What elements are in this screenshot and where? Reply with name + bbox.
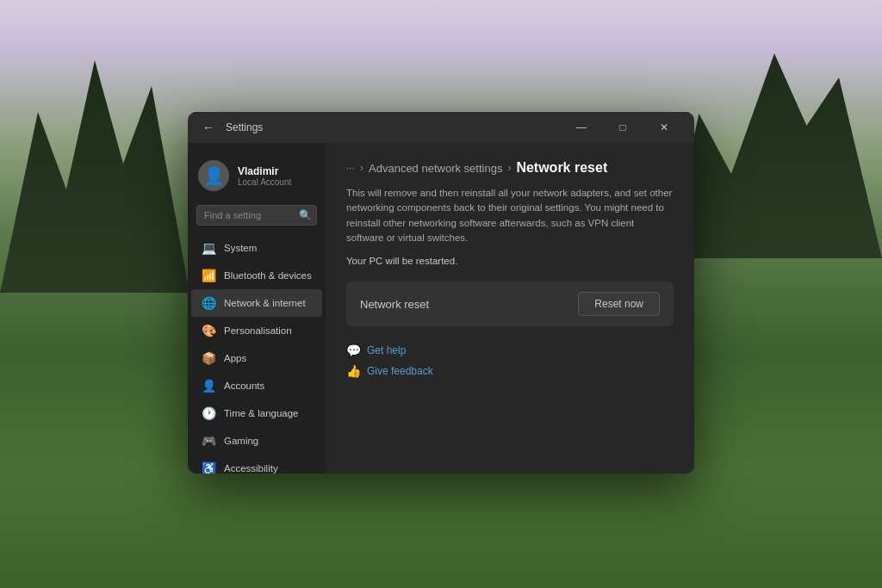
sidebar-item-time[interactable]: 🕐 Time & language bbox=[191, 399, 322, 427]
user-info: Vladimir Local Account bbox=[238, 165, 291, 187]
get-help-label: Get help bbox=[367, 344, 406, 356]
nav-icon-personalisation: 🎨 bbox=[202, 324, 215, 337]
nav-icon-bluetooth: 📶 bbox=[202, 269, 215, 282]
breadcrumb-current: Network reset bbox=[516, 160, 607, 176]
nav-label-accounts: Accounts bbox=[224, 381, 264, 391]
links-section: 💬 Get help 👍 Give feedback bbox=[346, 344, 674, 378]
description-text: This will remove and then reinstall all … bbox=[346, 186, 674, 245]
back-button[interactable]: ← bbox=[198, 117, 219, 138]
reset-card-label: Network reset bbox=[360, 298, 429, 311]
sidebar-item-bluetooth[interactable]: 📶 Bluetooth & devices bbox=[191, 262, 322, 289]
settings-window: ← Settings — □ ✕ 👤 Vladimir Local Accoun… bbox=[188, 112, 694, 473]
sidebar: 👤 Vladimir Local Account 🔍 💻 System 📶 Bl… bbox=[188, 143, 326, 473]
nav-list: 💻 System 📶 Bluetooth & devices 🌐 Network… bbox=[188, 234, 326, 473]
breadcrumb-sep-1: › bbox=[360, 162, 363, 174]
nav-icon-gaming: 🎮 bbox=[202, 434, 215, 448]
nav-label-network: Network & internet bbox=[224, 298, 306, 308]
reset-now-button[interactable]: Reset now bbox=[578, 292, 660, 316]
nav-icon-apps: 📦 bbox=[202, 351, 215, 365]
get-help-link[interactable]: 💬 Get help bbox=[346, 344, 674, 357]
user-name: Vladimir bbox=[238, 165, 291, 177]
close-button[interactable]: ✕ bbox=[644, 112, 684, 143]
nav-icon-time: 🕐 bbox=[202, 406, 215, 420]
nav-icon-accounts: 👤 bbox=[202, 379, 215, 393]
search-icon: 🔍 bbox=[299, 209, 312, 221]
get-help-icon: 💬 bbox=[346, 344, 360, 357]
nav-icon-accessibility: ♿ bbox=[202, 461, 215, 473]
nav-label-bluetooth: Bluetooth & devices bbox=[224, 270, 312, 281]
maximize-button[interactable]: □ bbox=[603, 112, 643, 143]
nav-icon-system: 💻 bbox=[202, 241, 215, 255]
restart-notice: Your PC will be restarted. bbox=[346, 256, 674, 266]
give-feedback-label: Give feedback bbox=[367, 365, 433, 377]
avatar-icon: 👤 bbox=[203, 165, 225, 186]
breadcrumb-parent-link[interactable]: Advanced network settings bbox=[369, 162, 502, 175]
title-bar: ← Settings — □ ✕ bbox=[188, 112, 694, 143]
avatar: 👤 bbox=[198, 160, 229, 191]
main-content: 👤 Vladimir Local Account 🔍 💻 System 📶 Bl… bbox=[188, 143, 694, 473]
network-reset-card: Network reset Reset now bbox=[346, 282, 674, 326]
nav-label-system: System bbox=[224, 243, 257, 253]
nav-label-personalisation: Personalisation bbox=[224, 325, 292, 336]
nav-label-gaming: Gaming bbox=[224, 436, 258, 446]
give-feedback-icon: 👍 bbox=[346, 364, 360, 378]
sidebar-item-accounts[interactable]: 👤 Accounts bbox=[191, 372, 322, 399]
sidebar-item-system[interactable]: 💻 System bbox=[191, 234, 322, 262]
search-box: 🔍 bbox=[196, 205, 317, 226]
sidebar-item-personalisation[interactable]: 🎨 Personalisation bbox=[191, 317, 322, 344]
window-title: Settings bbox=[226, 121, 562, 133]
sidebar-item-gaming[interactable]: 🎮 Gaming bbox=[191, 427, 322, 455]
nav-label-time: Time & language bbox=[224, 408, 299, 418]
nav-label-apps: Apps bbox=[224, 353, 246, 363]
sidebar-item-accessibility[interactable]: ♿ Accessibility bbox=[191, 455, 322, 473]
breadcrumb-sep-2: › bbox=[507, 162, 511, 174]
give-feedback-link[interactable]: 👍 Give feedback bbox=[346, 364, 674, 378]
window-controls: — □ ✕ bbox=[562, 112, 684, 143]
nav-label-accessibility: Accessibility bbox=[224, 463, 278, 473]
minimize-button[interactable]: — bbox=[562, 112, 601, 143]
content-panel: ··· › Advanced network settings › Networ… bbox=[326, 143, 694, 473]
user-section: 👤 Vladimir Local Account bbox=[188, 153, 326, 205]
breadcrumb: ··· › Advanced network settings › Networ… bbox=[346, 160, 674, 176]
nav-icon-network: 🌐 bbox=[202, 296, 215, 310]
sidebar-item-network[interactable]: 🌐 Network & internet bbox=[191, 289, 322, 317]
user-account: Local Account bbox=[238, 177, 291, 187]
sidebar-item-apps[interactable]: 📦 Apps bbox=[191, 344, 322, 372]
breadcrumb-dots[interactable]: ··· bbox=[346, 162, 355, 174]
